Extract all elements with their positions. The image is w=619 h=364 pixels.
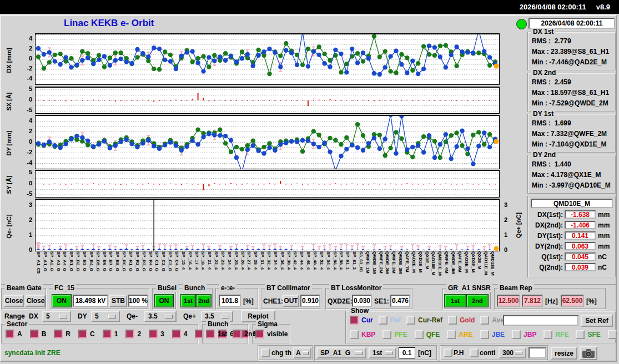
interval-select[interactable]: 300 [499,347,526,358]
show-cur-checkbox[interactable] [350,316,359,325]
beam-rep-hz-unit: [Hz] [545,297,558,305]
show-jbe-checkbox[interactable] [480,330,489,339]
bunch-1st-button[interactable]: 1st [181,295,195,307]
threshold-input[interactable]: 0.1 [399,347,415,358]
bunch-select[interactable]: 1st [369,347,396,358]
set-ref-button[interactable]: Set Ref [581,315,613,327]
dy-ytick: -2 [18,149,32,156]
sector-4-checkbox[interactable] [172,330,181,338]
chg-th-checkbox[interactable] [261,348,270,357]
bpm-axis-label: SP_A2_G [49,251,54,271]
bpm-axis-label: SP_36_4 [280,251,284,270]
range-dx-select[interactable]: 5 [42,311,71,322]
sector-2-checkbox[interactable] [125,330,134,338]
bpm-axis-label: QWFE_3M [391,251,396,274]
show-qfe-checkbox[interactable] [415,330,424,339]
selected-bpm-values: DX(1st):-1.638mmDX(2nd):-1.406mmDY(1st):… [529,209,615,272]
sy-ytick: 5 [18,169,32,176]
chg-th-select[interactable]: A [293,347,311,358]
show-pfe-checkbox[interactable] [383,330,391,339]
show-rfe-checkbox[interactable] [543,330,552,339]
sigma-checkboxes: visible [255,330,290,338]
bpm-axis-label: SP_38_4 [286,251,291,270]
sy-sigma-plot[interactable] [35,170,500,198]
gr-a1-2nd-button[interactable]: 2nd [467,295,488,307]
range-qe-minus-select[interactable]: 3.5 [144,311,177,322]
qe-ytick: 3 [18,201,32,209]
screenshot-button[interactable] [580,346,597,360]
dx-1st-max: 23.389@S8_61_H1 [551,48,609,55]
dx-2nd-stats-title: DX 2nd [531,69,557,77]
range-label: Range [4,312,25,320]
bpm-axis-label: SP_R0_G [122,251,126,271]
dx-2nd-stats-box: DX 2nd RMS : 2.459 Max : 18.597@S8_61_H1… [527,73,616,112]
extra-input[interactable] [529,347,546,358]
conti-label: conti [480,349,496,357]
option-menu-dash-icon [59,315,67,318]
bpm-axis-label: SP_54_4 [326,251,330,270]
qxd2e-field: 0.030 [352,295,372,307]
beam-gate-close-1-button[interactable]: Close [4,295,24,307]
show-sfe-checkbox[interactable] [576,330,585,339]
sector-c-checkbox[interactable] [78,330,87,338]
fc15-stb-button[interactable]: STB [109,295,127,307]
window-titlebar: 2026/04/08 02:00:11 v8.9 [0,0,619,14]
resize-button[interactable]: resize [551,347,577,360]
busel-on-button[interactable]: ON [155,295,173,307]
beam-rep-2-field: 7.812 [522,295,543,307]
beam-rep-pct-unit: [%] [586,297,597,305]
sector-r-checkbox[interactable] [54,330,63,338]
timestamp-display: 2026/04/08 02:00:11 [529,18,615,29]
ph-checkbox[interactable] [444,348,452,357]
ref-name-input[interactable] [503,315,578,326]
show-zre-checkbox[interactable] [608,330,617,339]
show-jbp-checkbox[interactable] [512,330,521,339]
dy-orbit-plot[interactable] [35,115,500,169]
bpm-axis-label: SP_21_4 [207,251,212,270]
show-are-checkbox[interactable] [447,330,456,339]
che1-out-button[interactable]: OUT [283,295,299,307]
bpm-value-label: DX(1st): [531,211,563,219]
dx-orbit-plot[interactable] [35,33,500,85]
show-gold: Gold [448,316,475,325]
sx-sigma-plot[interactable] [35,87,500,114]
qe-plus-ytick: 1 [504,231,517,239]
show-ave10-checkbox[interactable] [480,316,489,325]
bunch-2nd-checkbox[interactable] [233,330,241,338]
beam-rep-duty-field: 62.500 [561,295,584,307]
show-kbp-checkbox[interactable] [350,330,359,339]
conti-checkbox[interactable] [470,348,479,357]
show-gold-checkbox[interactable] [448,316,457,325]
show-ref-checkbox[interactable] [379,316,387,325]
bpm-axis-label: SP_A1_G [43,251,47,271]
dy-2nd-stats-title: DY 2nd [531,151,557,159]
show-rfe-label: RFE [555,331,568,338]
bpm-axis-label: QAD2E_M [411,251,416,273]
titlebar-version: v8.9 [596,3,610,11]
charge-plot[interactable] [35,199,500,251]
sigma-visible-checkbox[interactable] [255,330,264,338]
bpm-axis-label: SP_27_4 [246,251,251,270]
fc15-on-button[interactable]: ON [52,295,71,307]
beam-gate-close-2-button[interactable]: Close [26,295,46,307]
range-dy-select[interactable]: 5 [91,311,120,322]
gr-a1-1st-button[interactable]: 1st [445,295,466,307]
sector-b-checkbox[interactable] [30,330,39,338]
dx-ytick: -4 [18,75,32,82]
ee-ratio-field: 101.8 [219,295,241,307]
bpm-axis-label: SP_C4_G [174,251,179,271]
bunch-1st-checkbox[interactable] [206,330,215,338]
sector-1-checkbox[interactable] [103,330,112,338]
show-jbp: JBP [512,330,536,339]
bpm-value-field: -1.406 [565,221,596,229]
range-qep-label: Qe+ [183,312,196,320]
range-dx-label: DX [29,312,38,320]
sector-a-checkbox[interactable] [6,330,14,338]
show-cur-label: Cur [361,316,373,324]
show-jbe-label: JBE [492,331,505,338]
sp-select[interactable]: SP_A1_G [316,347,366,358]
bpm-axis-label: SP_A4_G [62,251,67,271]
bunch-2nd-button[interactable]: 2nd [197,295,211,307]
sector-3-checkbox[interactable] [149,330,158,338]
show-cur-ref-checkbox[interactable] [406,316,415,325]
